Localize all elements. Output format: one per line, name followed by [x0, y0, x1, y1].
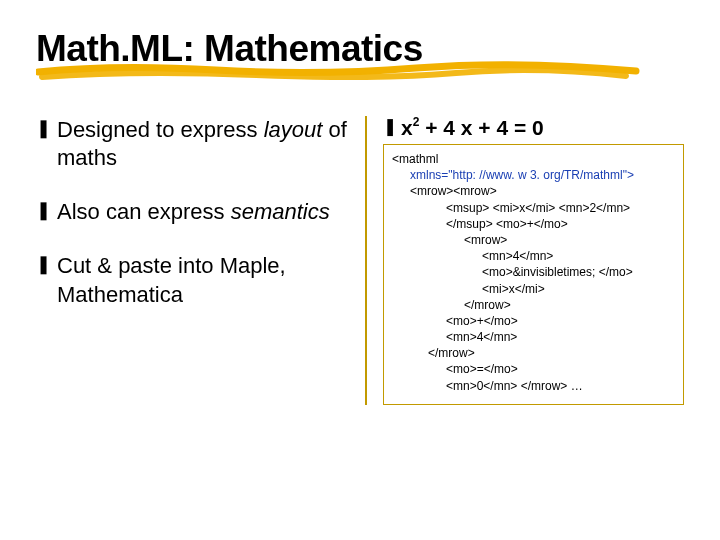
- code-line: <msup> <mi>x</mi> <mn>2</mn>: [392, 200, 675, 216]
- text-fragment: Also can express: [57, 199, 231, 224]
- content-columns: ❚ Designed to express layout of maths ❚ …: [36, 116, 684, 405]
- equation-exponent: 2: [413, 115, 420, 129]
- code-line: </msup> <mo>+</mo>: [392, 216, 675, 232]
- bullet-item: ❚ Designed to express layout of maths: [36, 116, 347, 172]
- text-emphasis: semantics: [231, 199, 330, 224]
- slide: Math.ML: Mathematics ❚ Designed to expre…: [0, 0, 720, 540]
- code-line: <mathml: [392, 151, 675, 167]
- text-emphasis: layout: [264, 117, 323, 142]
- text-fragment: Designed to express: [57, 117, 264, 142]
- bullet-icon: ❚: [36, 116, 51, 141]
- equation-heading: ❚ x2 + 4 x + 4 = 0: [383, 116, 684, 140]
- slide-title: Math.ML: Mathematics: [36, 28, 684, 70]
- bullet-item: ❚ Cut & paste into Maple, Mathematica: [36, 252, 347, 308]
- code-line: </mrow>: [392, 345, 675, 361]
- bullet-text: Also can express semantics: [57, 198, 347, 226]
- code-line: <mn>4</mn>: [392, 329, 675, 345]
- code-line: <mrow><mrow>: [392, 183, 675, 199]
- code-line: <mrow>: [392, 232, 675, 248]
- code-line: <mn>4</mn>: [392, 248, 675, 264]
- equation-text: x2 + 4 x + 4 = 0: [401, 116, 544, 140]
- right-column: ❚ x2 + 4 x + 4 = 0 <mathml xmlns="http: …: [365, 116, 684, 405]
- code-line: <mo>+</mo>: [392, 313, 675, 329]
- equation-base: x: [401, 116, 413, 139]
- bullet-icon: ❚: [36, 252, 51, 277]
- text-fragment: Cut & paste into Maple, Mathematica: [57, 253, 286, 306]
- bullet-icon: ❚: [36, 198, 51, 223]
- bullet-item: ❚ Also can express semantics: [36, 198, 347, 226]
- code-line: <mo>&invisibletimes; </mo>: [392, 264, 675, 280]
- equation-rest: + 4 x + 4 = 0: [419, 116, 543, 139]
- code-line: <mn>0</mn> </mrow> …: [392, 378, 675, 394]
- code-line: <mi>x</mi>: [392, 281, 675, 297]
- mathml-code-box: <mathml xmlns="http: //www. w 3. org/TR/…: [383, 144, 684, 405]
- bullet-text: Cut & paste into Maple, Mathematica: [57, 252, 347, 308]
- title-block: Math.ML: Mathematics: [36, 28, 684, 88]
- code-namespace-line: xmlns="http: //www. w 3. org/TR/mathml">: [392, 167, 675, 183]
- code-line: <mo>=</mo>: [392, 361, 675, 377]
- bullet-icon: ❚: [383, 116, 397, 139]
- code-line: </mrow>: [392, 297, 675, 313]
- left-column: ❚ Designed to express layout of maths ❚ …: [36, 116, 365, 405]
- bullet-text: Designed to express layout of maths: [57, 116, 347, 172]
